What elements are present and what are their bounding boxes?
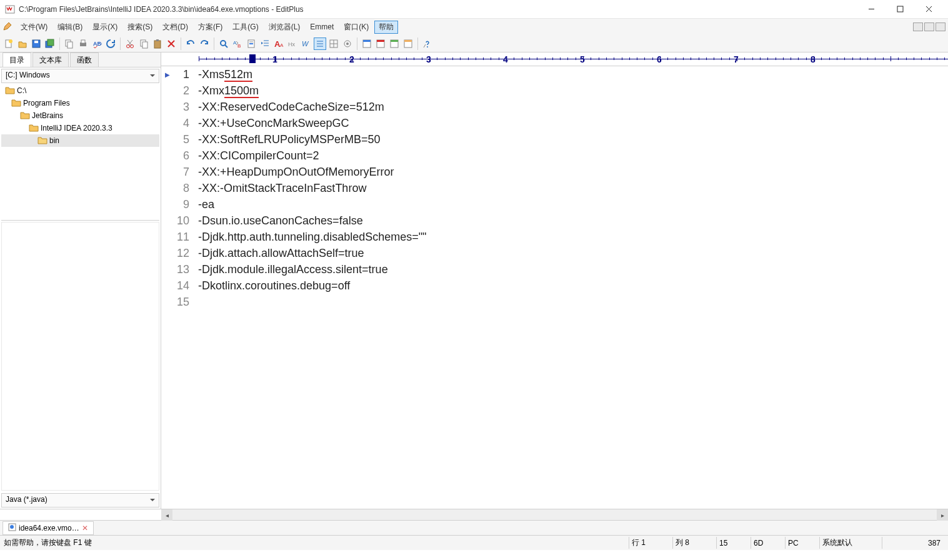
- status-lines-total: 15: [716, 537, 751, 549]
- tree-item[interactable]: C:\: [1, 84, 159, 97]
- copy2-icon[interactable]: [137, 38, 150, 50]
- file-list-pane[interactable]: [1, 222, 159, 491]
- status-col: 列 8: [672, 537, 716, 549]
- tree-item-label: Program Files: [23, 99, 70, 108]
- menu-edit[interactable]: 编辑(B): [53, 21, 87, 34]
- open-file-icon[interactable]: [16, 38, 29, 50]
- tab-directory[interactable]: 目录: [2, 52, 31, 67]
- tree-item[interactable]: Program Files: [1, 97, 159, 109]
- svg-rect-10: [47, 39, 54, 46]
- tree-item-label: JetBrains: [32, 111, 63, 120]
- hscroll-left-button[interactable]: ◂: [161, 509, 172, 521]
- menu-search[interactable]: 搜索(S): [123, 21, 157, 34]
- mdi-controls: [913, 22, 946, 31]
- sidebar: 目录 文本库 函数 [C:] Windows C:\Program FilesJ…: [0, 52, 161, 509]
- file-filter-select[interactable]: Java (*.java): [1, 493, 159, 508]
- cut-icon[interactable]: [124, 38, 136, 50]
- goto-line-icon[interactable]: [245, 38, 257, 50]
- browser2-icon[interactable]: [374, 38, 387, 50]
- minimize-button[interactable]: [857, 0, 886, 19]
- tree-item[interactable]: bin: [1, 134, 159, 147]
- status-v3: 387: [882, 537, 944, 549]
- close-button[interactable]: [914, 0, 943, 19]
- tree-item[interactable]: JetBrains: [1, 109, 159, 122]
- hex-icon[interactable]: Hx: [286, 38, 299, 50]
- svg-rect-8: [34, 41, 38, 43]
- svg-text:A: A: [280, 42, 284, 48]
- toolbar: ABC AB AA Hx W: [0, 35, 948, 52]
- mdi-minimize-button[interactable]: [913, 22, 923, 31]
- grid-icon[interactable]: [327, 38, 340, 50]
- save-all-icon[interactable]: [44, 38, 56, 50]
- status-help-text: 如需帮助，请按键盘 F1 键: [4, 538, 629, 548]
- window-title: C:\Program Files\JetBrains\IntelliJ IDEA…: [19, 5, 304, 14]
- hscroll-row: ◂ ▸: [0, 509, 948, 520]
- file-tab-active[interactable]: idea64.exe.vmo… ✕: [2, 521, 94, 535]
- directory-tree[interactable]: C:\Program FilesJetBrainsIntelliJ IDEA 2…: [1, 84, 159, 221]
- horizontal-scrollbar[interactable]: ◂ ▸: [161, 509, 948, 520]
- svg-rect-23: [156, 39, 159, 41]
- tree-item-label: C:\: [17, 86, 26, 95]
- browser3-icon[interactable]: [388, 38, 401, 50]
- font-size-icon[interactable]: AA: [272, 38, 285, 50]
- app-icon: [5, 4, 15, 14]
- help-icon[interactable]: [421, 38, 434, 50]
- delete-icon[interactable]: [165, 38, 177, 50]
- new-file-icon[interactable]: [2, 38, 15, 50]
- list-icon[interactable]: [314, 38, 326, 50]
- svg-point-56: [427, 46, 428, 48]
- menu-help[interactable]: 帮助: [374, 21, 398, 34]
- wrap-icon[interactable]: W: [300, 38, 312, 50]
- menu-emmet[interactable]: Emmet: [306, 21, 338, 32]
- close-tab-icon[interactable]: ✕: [82, 524, 88, 532]
- sidebar-tabs: 目录 文本库 函数: [0, 52, 161, 68]
- status-bar: 如需帮助，请按键盘 F1 键 行 1 列 8 15 6D PC 系统默认 387: [0, 535, 948, 550]
- menu-project[interactable]: 方案(F): [194, 21, 227, 34]
- menu-tools[interactable]: 工具(G): [228, 21, 262, 34]
- save-icon[interactable]: [30, 38, 42, 50]
- find-replace-icon[interactable]: AB: [231, 38, 244, 50]
- indent-icon[interactable]: [259, 38, 271, 50]
- hscroll-right-button[interactable]: ▸: [937, 509, 948, 521]
- menu-view[interactable]: 显示(X): [88, 21, 122, 34]
- svg-point-58: [10, 525, 14, 529]
- title-bar: C:\Program Files\JetBrains\IntelliJ IDEA…: [0, 0, 948, 19]
- print-icon[interactable]: [77, 38, 89, 50]
- menu-bar: 文件(W) 编辑(B) 显示(X) 搜索(S) 文档(D) 方案(F) 工具(G…: [0, 19, 948, 35]
- maximize-button[interactable]: [886, 0, 914, 19]
- spellcheck-icon[interactable]: ABC: [91, 38, 103, 50]
- mdi-close-button[interactable]: [936, 22, 946, 31]
- ruler[interactable]: 12345678: [161, 52, 948, 66]
- svg-point-26: [221, 41, 226, 46]
- tree-item[interactable]: IntelliJ IDEA 2020.3.3: [1, 122, 159, 134]
- svg-text:B: B: [237, 43, 241, 49]
- status-encoding: 系统默认: [819, 537, 882, 549]
- redo-icon[interactable]: [198, 38, 211, 50]
- browser1-icon[interactable]: [361, 38, 373, 50]
- undo-icon[interactable]: [184, 38, 197, 50]
- hscroll-track[interactable]: [172, 509, 937, 520]
- tab-functions[interactable]: 函数: [70, 52, 99, 67]
- tab-textlib[interactable]: 文本库: [32, 52, 69, 67]
- menu-browser[interactable]: 浏览器(L): [264, 21, 305, 34]
- window-controls: [857, 0, 943, 19]
- folder-icon: [29, 123, 39, 133]
- status-v1: 6D: [751, 537, 785, 549]
- code-editor[interactable]: 123456789101112131415 -Xms512m-Xmx1500m-…: [161, 66, 948, 509]
- paste-icon[interactable]: [151, 38, 164, 50]
- folder-icon: [20, 111, 30, 121]
- tree-item-label: IntelliJ IDEA 2020.3.3: [41, 124, 112, 132]
- menu-document[interactable]: 文档(D): [158, 21, 192, 34]
- code-content[interactable]: -Xms512m-Xmx1500m-XX:ReservedCodeCacheSi…: [196, 66, 948, 509]
- file-tab-label: idea64.exe.vmo…: [19, 524, 79, 532]
- menu-file[interactable]: 文件(W): [16, 21, 52, 34]
- drive-select[interactable]: [C:] Windows: [1, 69, 159, 83]
- browser4-icon[interactable]: [402, 38, 414, 50]
- find-icon[interactable]: [217, 38, 230, 50]
- copy-icon[interactable]: [63, 38, 76, 50]
- settings-icon[interactable]: [341, 38, 354, 50]
- reload-icon[interactable]: [104, 38, 117, 50]
- menu-window[interactable]: 窗口(K): [339, 21, 373, 34]
- status-line: 行 1: [629, 537, 672, 549]
- mdi-restore-button[interactable]: [924, 22, 934, 31]
